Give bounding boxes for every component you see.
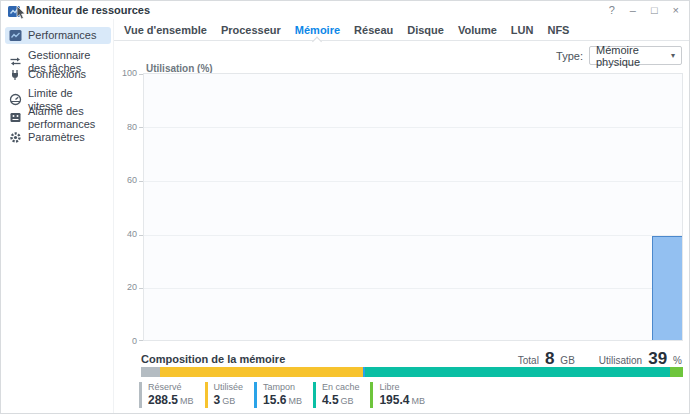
sidebar-item-label: Alarme des performances	[28, 105, 107, 130]
memory-composition-legend: Réservé 288.5MB Utilisée 3GB Tampon 15.6…	[139, 382, 425, 408]
legend-item-buffer: Tampon 15.6MB	[254, 382, 302, 408]
ytick-80: 80	[115, 122, 137, 132]
alarm-icon	[9, 111, 22, 124]
legend-color-swatch	[254, 382, 257, 408]
memory-composition-bar	[141, 367, 683, 377]
legend-color-swatch	[205, 382, 208, 408]
ytick-60: 60	[115, 175, 137, 185]
tab-network[interactable]: Réseau	[354, 24, 393, 36]
memory-type-value: Mémoire physique	[596, 44, 671, 68]
legend-color-swatch	[139, 382, 142, 408]
segment-free	[670, 367, 683, 377]
tab-nfs[interactable]: NFS	[547, 24, 569, 36]
tab-disk[interactable]: Disque	[407, 24, 444, 36]
type-label: Type:	[556, 50, 583, 62]
type-selector-row: Type: Mémoire physique ▾	[556, 46, 682, 65]
sidebar-item-settings[interactable]: Paramètres	[5, 129, 111, 146]
tab-bar: Vue d'ensemble Processeur Mémoire Réseau…	[114, 19, 689, 41]
gridline-80	[144, 127, 682, 128]
utilisation-label: Utilisation	[599, 355, 642, 366]
segment-reserved	[141, 367, 160, 377]
tab-volume[interactable]: Volume	[458, 24, 497, 36]
tab-lun[interactable]: LUN	[511, 24, 534, 36]
ytick-0: 0	[115, 336, 137, 346]
total-value: 8	[545, 349, 554, 369]
sidebar-item-performance-alarm[interactable]: Alarme des performances	[5, 103, 111, 132]
legend-color-swatch	[313, 382, 316, 408]
tab-memory[interactable]: Mémoire	[295, 24, 340, 36]
gridline-20	[144, 288, 682, 289]
help-button[interactable]: ?	[609, 1, 615, 19]
gridline-40	[144, 235, 682, 236]
legend-item-cached: En cache 4.5GB	[313, 382, 360, 408]
window-title: Moniteur de ressources	[26, 4, 150, 16]
ytick-100: 100	[115, 68, 137, 78]
ytick-40: 40	[115, 229, 137, 239]
memory-utilization-plot	[143, 73, 683, 341]
performance-chart-icon	[9, 29, 22, 42]
resource-monitor-window: Moniteur de ressources ? – □ × Performan…	[0, 0, 690, 414]
minimize-button[interactable]: –	[630, 1, 636, 19]
total-unit: GB	[560, 355, 574, 366]
sidebar-item-label: Performances	[28, 29, 96, 42]
maximize-button[interactable]: □	[651, 1, 658, 19]
chevron-down-icon: ▾	[671, 51, 675, 60]
sidebar: Performances Gestionnaire des tâches Con…	[1, 19, 114, 413]
legend-item-free: Libre 195.4MB	[370, 382, 425, 408]
legend-item-used: Utilisée 3GB	[205, 382, 244, 408]
window-controls: ? – □ ×	[609, 1, 679, 19]
plug-icon	[9, 68, 22, 81]
sidebar-item-connections[interactable]: Connexions	[5, 66, 111, 83]
legend-color-swatch	[370, 382, 373, 408]
gridline-60	[144, 181, 682, 182]
composition-title: Composition de la mémoire	[141, 353, 285, 365]
gear-icon	[9, 131, 22, 144]
segment-used	[160, 367, 363, 377]
close-button[interactable]: ×	[673, 1, 679, 19]
utilisation-unit: %	[673, 355, 682, 366]
titlebar: Moniteur de ressources ? – □ ×	[1, 1, 689, 19]
ytick-20: 20	[115, 282, 137, 292]
memory-usage-bar	[652, 236, 682, 340]
utilisation-value: 39	[648, 349, 667, 369]
memory-stats: Total 8 GB Utilisation 39 %	[518, 349, 682, 369]
segment-cached	[365, 367, 670, 377]
legend-item-reserved: Réservé 288.5MB	[139, 382, 194, 408]
sidebar-item-label: Paramètres	[28, 131, 85, 144]
tab-overview[interactable]: Vue d'ensemble	[124, 24, 207, 36]
sidebar-item-performances[interactable]: Performances	[5, 27, 111, 44]
tab-processor[interactable]: Processeur	[221, 24, 281, 36]
total-label: Total	[518, 355, 539, 366]
memory-type-dropdown[interactable]: Mémoire physique ▾	[589, 46, 682, 65]
sidebar-item-label: Connexions	[28, 68, 86, 81]
